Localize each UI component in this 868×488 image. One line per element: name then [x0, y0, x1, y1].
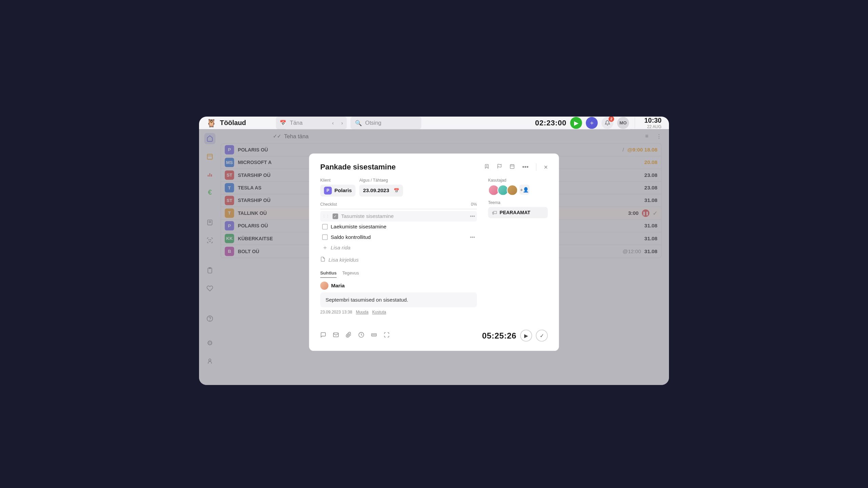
users-label: Kasutajad — [488, 178, 548, 183]
main-timer: 02:23:00 — [535, 119, 566, 127]
clock-icon[interactable] — [358, 332, 364, 339]
today-label: Täna — [290, 120, 328, 126]
checkbox[interactable] — [322, 224, 328, 230]
comment: Maria Septembri tasumised on sisestatud.… — [320, 282, 477, 315]
search-placeholder: Otsing — [365, 120, 381, 126]
comment-delete[interactable]: Kustuta — [372, 310, 386, 314]
date-navigator[interactable]: 📅 Täna ‹ › — [276, 117, 347, 129]
topbar: 🦉 Töölaud 📅 Täna ‹ › 🔍 Otsing 02:23:00 ▶… — [199, 117, 669, 129]
svg-point-27 — [374, 334, 374, 335]
user-avatar[interactable]: MO — [617, 117, 629, 129]
checklist-text: Tasumiste sisestamine — [341, 213, 394, 219]
attach-icon[interactable] — [346, 332, 352, 339]
flag-icon[interactable] — [497, 164, 502, 170]
modal-play-button[interactable]: ▶ — [520, 330, 532, 342]
calendar-icon: 📅 — [280, 120, 286, 126]
client-chip[interactable]: P Polaris — [320, 185, 356, 197]
add-user-button[interactable]: +👤 — [519, 185, 530, 195]
add-checklist-row[interactable]: ＋ Lisa rida — [320, 242, 477, 253]
checklist-label: Checklist — [320, 202, 337, 207]
user-avatar-3[interactable] — [507, 185, 518, 196]
client-badge: P — [324, 187, 332, 195]
page-title: Töölaud — [220, 119, 246, 127]
checklist-item[interactable]: ⋮⋮ ✓ Tasumiste sisestamine ••• — [320, 211, 477, 222]
item-more-icon[interactable]: ••• — [470, 214, 475, 219]
checklist-item[interactable]: Saldo kontrollitud ••• — [320, 232, 477, 242]
add-description[interactable]: Lisa kirjeldus — [320, 257, 477, 263]
search-input[interactable]: 🔍 Otsing — [351, 117, 421, 129]
tag-icon: 🏷 — [492, 209, 497, 216]
checkbox[interactable]: ✓ — [333, 214, 338, 219]
svg-rect-19 — [510, 165, 514, 169]
client-label: Klient — [320, 178, 356, 183]
comment-author: Maria — [331, 283, 344, 289]
search-icon: 🔍 — [355, 120, 362, 126]
checklist: ⋮⋮ ✓ Tasumiste sisestamine ••• Laekumist… — [320, 211, 477, 242]
modal-overlay: Pankade sisestamine ••• × Kl — [199, 129, 669, 385]
calendar-small-icon: 📅 — [394, 188, 399, 193]
drag-handle-icon[interactable]: ⋮⋮ — [322, 214, 330, 219]
notification-badge: 2 — [609, 117, 614, 122]
tab-activity[interactable]: Tegevus — [342, 270, 359, 278]
notifications-button[interactable]: 2 — [601, 117, 613, 129]
svg-point-28 — [375, 334, 375, 335]
comment-time: 23.09.2023 13:38 — [320, 310, 352, 314]
clock: 10:30 22 AUG — [644, 117, 662, 129]
checkbox[interactable] — [322, 235, 328, 240]
modal-title: Pankade sisestamine — [320, 163, 485, 171]
item-more-icon[interactable]: ••• — [470, 234, 475, 240]
checklist-text: Laekumiste sisestamine — [331, 224, 386, 230]
tag-value: PEARAAMAT — [500, 210, 530, 216]
keyboard-icon[interactable] — [371, 332, 377, 339]
close-icon[interactable]: × — [544, 163, 548, 171]
checklist-progress: 0% — [471, 202, 477, 207]
checklist-text: Saldo kontrollitud — [331, 234, 371, 240]
date-label: Algus / Tähtaeg — [359, 178, 403, 183]
date-value: 23.09.2023 — [363, 188, 389, 194]
svg-point-26 — [373, 334, 373, 335]
clock-date: 22 AUG — [644, 124, 662, 129]
date-chip[interactable]: 23.09.2023 📅 — [359, 185, 403, 197]
comment-edit[interactable]: Muuda — [356, 310, 369, 314]
bookmark-icon[interactable] — [484, 164, 489, 170]
tag-label: Teema — [488, 200, 548, 205]
tab-chat[interactable]: Suhtlus — [320, 270, 337, 278]
users-row: +👤 — [488, 185, 548, 196]
more-dots-icon[interactable]: ••• — [522, 164, 528, 170]
play-button[interactable]: ▶ — [570, 117, 582, 129]
comment-body: Septembri tasumised on sisestatud. — [320, 292, 477, 307]
tag-chip[interactable]: 🏷 PEARAAMAT — [488, 207, 548, 218]
comment-avatar — [320, 282, 329, 290]
mail-icon[interactable] — [333, 332, 339, 339]
client-name: Polaris — [334, 188, 352, 194]
modal-timer: 05:25:26 — [482, 331, 516, 341]
calendar-icon[interactable] — [510, 164, 515, 170]
plus-icon: ＋ — [322, 244, 328, 251]
app-window: 🦉 Töölaud 📅 Täna ‹ › 🔍 Otsing 02:23:00 ▶… — [199, 117, 669, 385]
add-button[interactable]: ＋ — [586, 117, 598, 129]
clock-time: 10:30 — [644, 117, 662, 124]
doc-icon — [320, 257, 326, 263]
checklist-item[interactable]: Laekumiste sisestamine — [320, 222, 477, 232]
expand-icon[interactable] — [384, 332, 390, 339]
chevron-left-icon[interactable]: ‹ — [332, 120, 334, 126]
chat-icon[interactable] — [320, 332, 327, 339]
logo-owl-icon: 🦉 — [206, 118, 216, 128]
modal-check-button[interactable]: ✓ — [536, 330, 548, 342]
chevron-right-icon[interactable]: › — [341, 120, 343, 126]
task-modal: Pankade sisestamine ••• × Kl — [309, 154, 559, 351]
